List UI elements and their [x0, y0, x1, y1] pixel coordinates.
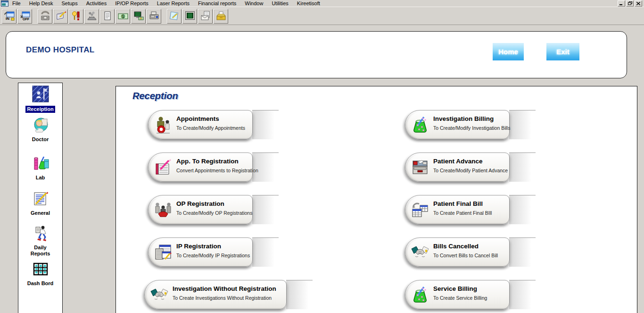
- launch-subtitle: To Create Patient Final BIll: [433, 210, 492, 216]
- sidebar-label-dash-bord: Dash Bord: [18, 280, 62, 287]
- launch-title: IP Registration: [176, 243, 221, 250]
- menu-help-desk[interactable]: Help Desk: [25, 0, 58, 7]
- handshake-icon: [150, 286, 169, 305]
- people-group-icon: [154, 201, 173, 220]
- close-button[interactable]: [635, 0, 642, 7]
- svg-text:OFF: OFF: [23, 17, 30, 21]
- launch-title: Patient Advance: [433, 158, 483, 165]
- svg-text:IN: IN: [6, 17, 9, 21]
- notepad-pencil-icon: [32, 190, 49, 207]
- telephone-icon[interactable]: [38, 9, 52, 24]
- sidebar-item-dash-bord[interactable]: Dash Bord: [18, 261, 62, 287]
- beaker-icon: [411, 116, 429, 135]
- document-list-icon[interactable]: [100, 9, 115, 24]
- monitor-screen-icon[interactable]: [182, 9, 197, 24]
- menu-items: File Help Desk Setups Activities IP/OP R…: [9, 0, 324, 7]
- logout-off-icon[interactable]: OFF: [17, 9, 32, 24]
- sidebar-label-daily-reports: Daily Reports: [26, 245, 55, 257]
- launch-subtitle: To Create Service Billing: [433, 295, 487, 301]
- doctor-icon: [32, 117, 49, 134]
- menu-bar: File Help Desk Setups Activities IP/OP R…: [0, 0, 644, 7]
- toolbar: IN OFF $: [0, 8, 644, 25]
- appointments-people-icon: [154, 116, 173, 135]
- menu-window[interactable]: Window: [240, 0, 267, 7]
- launch-investigation-billing[interactable]: Investigation Billing To Create/Modify I…: [405, 110, 510, 139]
- dashboard-grid-icon: [32, 261, 49, 278]
- forms-pencil-icon: [154, 243, 173, 262]
- launch-subtitle: To Create/Modify Appointments: [176, 125, 245, 131]
- card-file-icon[interactable]: [214, 9, 228, 24]
- sidebar-item-reception[interactable]: Receiption: [18, 85, 62, 113]
- menu-activities[interactable]: Activities: [82, 0, 111, 7]
- hospital-header: DEMO HOSPITAL Home Exit: [6, 31, 627, 78]
- sidebar-item-daily-reports[interactable]: Daily Reports: [18, 225, 62, 257]
- launch-title: App. To Registration: [176, 158, 239, 165]
- tables-arrow-icon: [411, 201, 429, 220]
- module-sidebar: Receiption Doctor Lab General Daily Repo: [18, 83, 63, 313]
- launch-app-to-registration[interactable]: App. To Registration Convert Appointment…: [148, 152, 253, 182]
- computer-billing-icon[interactable]: [131, 9, 146, 24]
- launch-subtitle: To Create/Modify IP Registrations: [176, 253, 250, 258]
- launch-appointments[interactable]: Appointments To Create/Modify Appointmen…: [148, 110, 253, 139]
- fax-machine-icon[interactable]: [147, 9, 161, 24]
- home-button[interactable]: Home: [493, 43, 524, 60]
- sidebar-item-general[interactable]: General: [18, 190, 62, 216]
- launch-subtitle: To Create/Modify OP Registrations: [176, 210, 252, 216]
- form-window-icon: [1, 0, 9, 7]
- launch-subtitle: To Convert Bills to Cancel Bill: [433, 253, 498, 258]
- menu-file[interactable]: File: [9, 0, 25, 7]
- launch-bills-cancelled[interactable]: Bills Cancelled To Convert Bills to Canc…: [405, 237, 510, 267]
- cash-bill-icon[interactable]: $: [116, 9, 130, 24]
- menu-financial-reports[interactable]: Financial reports: [194, 0, 240, 7]
- restore-button[interactable]: [626, 0, 634, 7]
- launch-investigation-without-registration[interactable]: Investigation Without Registration To Cr…: [144, 280, 287, 309]
- beaker-icon: [411, 286, 429, 305]
- launch-service-billing[interactable]: Service Billing To Create Service Billin…: [405, 280, 510, 309]
- svg-text:$: $: [122, 14, 124, 19]
- cash-drawer-icon: [411, 158, 429, 177]
- application-window: File Help Desk Setups Activities IP/OP R…: [0, 0, 644, 313]
- pushpin-alert-icon[interactable]: [69, 9, 83, 24]
- sidebar-label-reception: Receiption: [25, 106, 55, 113]
- letter-envelope-icon[interactable]: [198, 9, 213, 24]
- launch-patient-advance[interactable]: Patient Advance To Create/Modify Patient…: [405, 152, 510, 182]
- patients-group-icon[interactable]: [84, 9, 99, 24]
- menu-kireetisoft[interactable]: Kireetisoft: [293, 0, 324, 7]
- sidebar-label-general: General: [18, 210, 62, 216]
- menu-utilities[interactable]: Utilities: [267, 0, 292, 7]
- sidebar-item-doctor[interactable]: Doctor: [18, 117, 62, 143]
- notepad-icon[interactable]: [167, 9, 182, 24]
- panel-heading: Reception: [132, 91, 178, 102]
- launch-title: OP Registration: [176, 200, 224, 207]
- exit-button[interactable]: Exit: [546, 43, 579, 60]
- menu-laser-reports[interactable]: Laser Reports: [153, 0, 194, 7]
- minimize-button[interactable]: [618, 0, 625, 7]
- reception-panel: Reception Appointments To Create/Modify …: [116, 86, 637, 313]
- launch-subtitle: To Create Investigations Without Registr…: [173, 295, 272, 301]
- menu-setups[interactable]: Setups: [57, 0, 82, 7]
- sidebar-label-lab: Lab: [18, 175, 62, 181]
- launch-title: Investigation Billing: [433, 115, 494, 122]
- launch-patient-final-bill[interactable]: Patient Final Bill To Create Patient Fin…: [405, 195, 510, 224]
- appointment-note-icon[interactable]: [53, 9, 68, 24]
- window-controls: [618, 0, 642, 7]
- launch-ip-registration[interactable]: IP Registration To Create/Modify IP Regi…: [148, 237, 253, 267]
- sidebar-label-doctor: Doctor: [18, 136, 62, 143]
- launch-op-registration[interactable]: OP Registration To Create/Modify OP Regi…: [148, 195, 253, 224]
- launch-title: Investigation Without Registration: [173, 285, 276, 292]
- launch-title: Bills Cancelled: [433, 243, 479, 250]
- lab-flasks-icon: [32, 155, 49, 172]
- book-pencil-icon: [154, 158, 173, 177]
- runner-report-icon: [32, 225, 49, 242]
- reception-desk-icon: [32, 85, 49, 102]
- launch-title: Appointments: [176, 115, 219, 122]
- handshake-icon: [411, 243, 429, 262]
- launch-subtitle: To Create/Modify Investigation Bills: [433, 125, 510, 131]
- sidebar-item-lab[interactable]: Lab: [18, 155, 62, 181]
- menu-ipop-reports[interactable]: IP/OP Reports: [111, 0, 153, 7]
- launch-subtitle: To Create/Modify Patient Advance: [433, 168, 508, 173]
- launch-title: Service Billing: [433, 285, 477, 292]
- hospital-title: DEMO HOSPITAL: [26, 45, 95, 55]
- launch-subtitle: Convert Appointments to Registration: [176, 168, 258, 173]
- login-in-icon[interactable]: IN: [2, 9, 17, 24]
